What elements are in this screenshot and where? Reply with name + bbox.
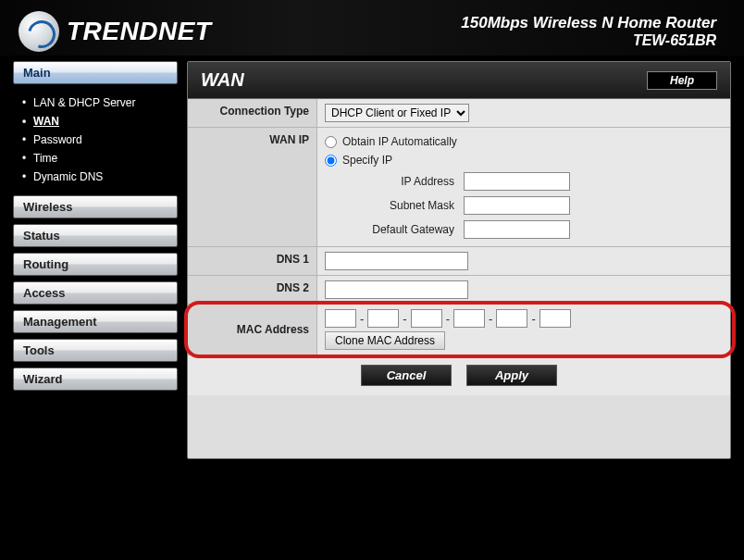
- nav-status[interactable]: Status: [13, 224, 178, 247]
- wan-ip-label: WAN IP: [188, 128, 317, 246]
- page-title: WAN: [201, 69, 244, 91]
- form-area: Connection Type DHCP Client or Fixed IP …: [188, 99, 730, 395]
- mac-input-1[interactable]: [325, 309, 356, 328]
- sidebar-item-wan[interactable]: WAN: [33, 112, 178, 131]
- mac-address-row: MAC Address - - - - - Clone MAC Address: [188, 305, 730, 355]
- brand-text: TRENDNET: [67, 17, 211, 46]
- content-panel: WAN Help Connection Type DHCP Client or …: [187, 61, 731, 459]
- ip-address-input[interactable]: [464, 172, 570, 191]
- obtain-ip-label: Obtain IP Automatically: [342, 135, 457, 148]
- nav-routing[interactable]: Routing: [13, 253, 178, 276]
- mac-input-6[interactable]: [539, 309, 571, 328]
- nav-wizard[interactable]: Wizard: [13, 367, 178, 391]
- cancel-button[interactable]: Cancel: [361, 365, 452, 386]
- mac-address-label: MAC Address: [188, 305, 317, 355]
- dns2-label: DNS 2: [188, 276, 317, 304]
- nav-main-sublist: LAN & DHCP Server WAN Password Time Dyna…: [13, 90, 178, 195]
- default-gateway-label: Default Gateway: [353, 223, 454, 236]
- sidebar-item-lan-dhcp[interactable]: LAN & DHCP Server: [33, 93, 178, 112]
- connection-type-label: Connection Type: [188, 99, 317, 127]
- dns1-input[interactable]: [325, 252, 468, 270]
- nav-main[interactable]: Main: [13, 61, 178, 84]
- sidebar-item-password[interactable]: Password: [33, 131, 178, 149]
- mac-input-5[interactable]: [496, 309, 527, 328]
- logo-icon: [19, 11, 59, 52]
- nav-management[interactable]: Management: [13, 310, 178, 333]
- default-gateway-input[interactable]: [464, 220, 570, 239]
- sidebar-item-dynamic-dns[interactable]: Dynamic DNS: [33, 168, 178, 186]
- action-row: Cancel Apply: [188, 355, 730, 395]
- obtain-ip-radio[interactable]: [325, 136, 337, 148]
- nav-tools[interactable]: Tools: [13, 339, 178, 362]
- specify-ip-label: Specify IP: [342, 154, 392, 167]
- nav-wireless[interactable]: Wireless: [13, 195, 178, 218]
- logo-block: TRENDNET: [19, 11, 211, 52]
- subnet-mask-label: Subnet Mask: [353, 199, 454, 212]
- connection-type-select[interactable]: DHCP Client or Fixed IP: [325, 104, 469, 122]
- subnet-mask-input[interactable]: [464, 196, 570, 215]
- product-title: 150Mbps Wireless N Home Router: [461, 14, 716, 32]
- mac-input-2[interactable]: [367, 309, 399, 328]
- dns2-input[interactable]: [325, 280, 468, 299]
- header: TRENDNET 150Mbps Wireless N Home Router …: [0, 0, 744, 61]
- clone-mac-button[interactable]: Clone MAC Address: [325, 331, 445, 350]
- specify-ip-radio[interactable]: [325, 155, 337, 167]
- help-button[interactable]: Help: [647, 71, 717, 90]
- nav-access[interactable]: Access: [13, 281, 178, 305]
- sidebar: Main LAN & DHCP Server WAN Password Time…: [13, 61, 178, 459]
- mac-input-3[interactable]: [411, 309, 442, 328]
- ip-address-label: IP Address: [353, 175, 454, 188]
- product-info: 150Mbps Wireless N Home Router TEW-651BR: [461, 14, 716, 49]
- apply-button[interactable]: Apply: [466, 365, 557, 386]
- sidebar-item-time[interactable]: Time: [33, 149, 178, 168]
- content-header: WAN Help: [188, 62, 730, 99]
- mac-input-4[interactable]: [453, 309, 485, 328]
- dns1-label: DNS 1: [188, 247, 317, 275]
- product-model: TEW-651BR: [461, 32, 716, 49]
